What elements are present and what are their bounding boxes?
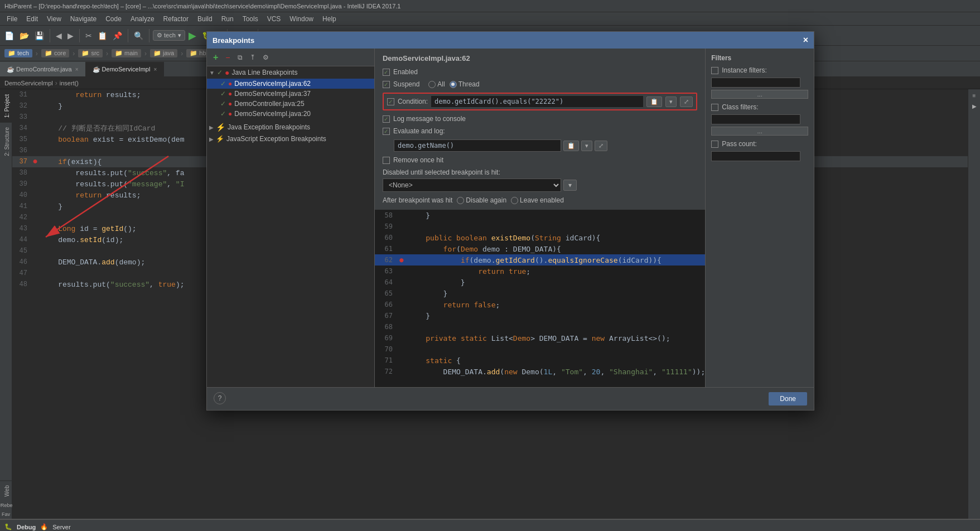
tab-democontroller[interactable]: ☕ DemoController.java × <box>0 62 86 76</box>
pass-count-input[interactable] <box>711 151 800 161</box>
dialog-close-button[interactable]: × <box>803 35 808 45</box>
menu-vcs[interactable]: VCS <box>263 14 286 24</box>
preview-line-60: 60 public boolean existDemo(String idCar… <box>375 232 705 243</box>
tree-item-25-label: DemoController.java:25 <box>234 100 304 108</box>
nav-src[interactable]: 📁 src <box>78 49 103 57</box>
sidebar-project[interactable]: 1: Project <box>0 89 12 122</box>
instance-filter-checkbox[interactable] <box>711 67 718 74</box>
radio-leave-enabled[interactable] <box>511 197 518 204</box>
class-filter-checkbox[interactable] <box>711 104 718 111</box>
sidebar-jrebel[interactable]: JRebel <box>0 501 12 510</box>
tree-js-section[interactable]: ▶ ⚡ JavaScript Exception Breakpoints <box>207 133 374 144</box>
project-dropdown-label: ⚙ tech <box>157 32 176 39</box>
title-text: HbiParent – [D:\repo-hand\repo-tech\tech… <box>4 3 400 9</box>
done-button[interactable]: Done <box>769 392 807 406</box>
evaluate-checkbox[interactable] <box>383 128 390 135</box>
menu-refactor[interactable]: Refactor <box>159 14 193 24</box>
enabled-checkbox[interactable] <box>383 69 390 76</box>
instance-filter-btn[interactable]: ... <box>711 90 808 99</box>
disabled-select[interactable]: <None> <box>383 178 561 192</box>
bp-right-panel: DemoServiceImpl.java:62 Enabled Suspend … <box>375 49 705 387</box>
toolbar-search[interactable]: 🔍 <box>132 30 146 41</box>
right-sidebar-btn1[interactable]: ≡ <box>971 91 978 100</box>
disabled-dropdown-btn[interactable]: ▾ <box>563 180 577 191</box>
toolbar-copy[interactable]: 📋 <box>95 30 109 41</box>
right-sidebar-btn2[interactable]: ▶ <box>970 102 979 110</box>
bp-add-btn[interactable]: + <box>210 51 221 64</box>
toolbar-save[interactable]: 💾 <box>32 30 46 41</box>
remove-checkbox[interactable] <box>383 157 390 164</box>
eval-expand-btn[interactable]: ⤢ <box>595 141 607 151</box>
remove-label: Remove once hit <box>393 156 443 164</box>
instance-filter-input[interactable] <box>711 78 800 88</box>
nav-main[interactable]: 📁 main <box>112 49 141 57</box>
sidebar-web[interactable]: Web <box>0 480 12 501</box>
toolbar-open[interactable]: 📂 <box>17 30 31 41</box>
bp-remove-btn[interactable]: − <box>223 51 233 64</box>
project-dropdown[interactable]: ⚙ tech ▾ <box>153 30 185 41</box>
preview-line-65: 65 } <box>375 288 705 299</box>
radio-thread[interactable] <box>450 81 457 88</box>
toolbar-forward[interactable]: ▶ <box>65 30 76 41</box>
evaluate-input[interactable] <box>394 139 561 152</box>
menu-build[interactable]: Build <box>193 14 217 24</box>
tab-demoserviceimpl[interactable]: ☕ DemoServiceImpl × <box>86 62 165 76</box>
nav-tech[interactable]: 📁 tech <box>4 49 32 57</box>
menu-window[interactable]: Window <box>285 14 318 24</box>
breadcrumb-method[interactable]: insert() <box>60 80 79 86</box>
bp-copy-btn[interactable]: ⧉ <box>235 52 245 63</box>
menu-navigate[interactable]: Navigate <box>66 14 101 24</box>
radio-all[interactable] <box>428 81 436 88</box>
toolbar-paste[interactable]: 📌 <box>110 30 124 41</box>
radio-disable-again[interactable] <box>457 197 464 204</box>
sidebar-structure[interactable]: 2: Structure <box>0 122 12 161</box>
suspend-radio-all[interactable]: All <box>428 80 445 88</box>
toolbar-back[interactable]: ◀ <box>54 30 64 41</box>
filters-panel: Filters Instance filters: ... Class filt… <box>705 49 814 387</box>
tree-item-62[interactable]: ✓ ● DemoServiceImpl.java:62 <box>207 79 374 89</box>
condition-input[interactable] <box>431 96 643 107</box>
condition-expand-btn[interactable]: ⤢ <box>680 96 693 107</box>
run-button[interactable]: ▶ <box>186 28 199 43</box>
nav-core[interactable]: 📁 core <box>41 49 69 57</box>
tab-close-democontroller[interactable]: × <box>75 66 79 73</box>
tree-item-20[interactable]: ✓ ● DemoServiceImpl.java:20 <box>207 109 374 119</box>
log-checkbox[interactable] <box>383 115 390 123</box>
menu-edit[interactable]: Edit <box>22 14 42 24</box>
eval-dropdown-btn[interactable]: ▾ <box>581 141 592 151</box>
menu-tools[interactable]: Tools <box>238 14 263 24</box>
preview-line-70: 70 <box>375 344 705 355</box>
tree-item-25[interactable]: ✓ ● DemoController.java:25 <box>207 99 374 109</box>
nav-java[interactable]: 📁 java <box>150 49 177 57</box>
class-filter-btn[interactable]: ... <box>711 127 808 136</box>
toolbar-new[interactable]: 📄 <box>2 30 16 41</box>
pass-count-checkbox[interactable] <box>711 141 718 148</box>
right-sidebar: ≡ ▶ <box>968 89 980 519</box>
after-radio-leave[interactable]: Leave enabled <box>511 196 564 204</box>
menu-file[interactable]: File <box>2 14 22 24</box>
menu-code[interactable]: Code <box>101 14 126 24</box>
menu-analyze[interactable]: Analyze <box>126 14 159 24</box>
condition-history-btn[interactable]: 📋 <box>646 96 662 107</box>
tree-java-exception-section[interactable]: ▶ ⚡ Java Exception Breakpoints <box>207 121 374 133</box>
condition-checkbox[interactable] <box>387 98 394 105</box>
condition-dropdown-btn[interactable]: ▾ <box>665 96 677 107</box>
eval-history-btn[interactable]: 📋 <box>563 141 579 151</box>
breadcrumb-class[interactable]: DemoServiceImpl <box>4 80 53 86</box>
menu-help[interactable]: Help <box>318 14 341 24</box>
menu-run[interactable]: Run <box>217 14 238 24</box>
menu-view[interactable]: View <box>42 14 66 24</box>
toolbar-cut[interactable]: ✂ <box>83 30 94 41</box>
suspend-radio-thread[interactable]: Thread <box>450 80 480 88</box>
help-button[interactable]: ? <box>214 392 226 404</box>
suspend-checkbox[interactable] <box>383 81 390 88</box>
bp-config-btn[interactable]: ⚙ <box>260 52 272 63</box>
class-filter-input[interactable] <box>711 114 800 124</box>
tree-java-line-section[interactable]: ▼ ✓ ● Java Line Breakpoints <box>207 66 374 79</box>
bp-export-btn[interactable]: ⤒ <box>247 52 258 63</box>
tab-close-demoserviceimpl[interactable]: × <box>153 66 157 73</box>
sidebar-favorites[interactable]: Fav <box>0 510 12 519</box>
tree-item-37[interactable]: ✓ ● DemoServiceImpl.java:37 <box>207 89 374 99</box>
project-dropdown-arrow: ▾ <box>178 32 181 39</box>
after-radio-disable[interactable]: Disable again <box>457 196 506 204</box>
